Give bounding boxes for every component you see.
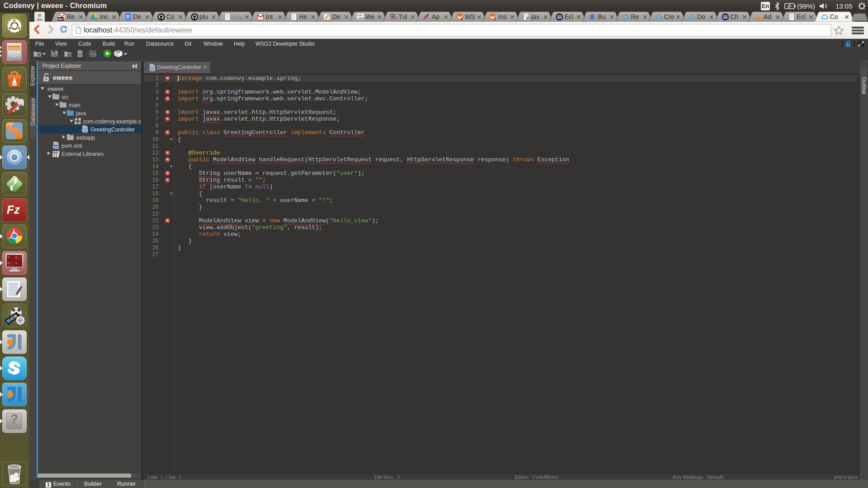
svg-text:He: He (299, 13, 307, 20)
svg-text:pom: pom (53, 145, 58, 148)
svg-text:De: De (332, 13, 340, 20)
svg-text:Co: Co (830, 13, 838, 20)
svg-text:Ad: Ad (764, 13, 771, 20)
svg-text:Int: Int (266, 13, 273, 20)
svg-text:>_: >_ (8, 256, 11, 259)
svg-text:De: De (133, 13, 141, 20)
svg-text:Inc: Inc (100, 13, 108, 20)
svg-text:Fz: Fz (7, 203, 20, 216)
svg-text:jav: jav (531, 13, 539, 20)
svg-text:We: We (365, 13, 375, 20)
svg-text:2: 2 (461, 18, 462, 21)
svg-text:Ecl: Ecl (565, 13, 573, 20)
svg-text:10: 10 (89, 56, 93, 58)
svg-text:Re: Re (631, 13, 639, 20)
svg-text:>_: >_ (8, 262, 11, 265)
svg-text:JAVA: JAVA (82, 129, 88, 131)
svg-text:WS: WS (465, 13, 475, 20)
svg-text:Tul: Tul (399, 13, 407, 20)
svg-text:Re: Re (67, 13, 75, 20)
svg-text:>_: >_ (15, 256, 19, 259)
svg-text:Co: Co (166, 13, 175, 20)
svg-text:Do: Do (697, 13, 705, 20)
svg-text:plu: plu (199, 13, 208, 20)
svg-text:2: 2 (494, 18, 496, 21)
svg-text:Cre: Cre (664, 13, 675, 20)
svg-text:Ecl: Ecl (797, 13, 805, 20)
svg-text:Ins: Ins (498, 13, 507, 20)
svg-text:JAVA: JAVA (357, 17, 364, 20)
svg-text:Ap: Ap (432, 13, 439, 20)
svg-text:Ch: Ch (731, 13, 739, 20)
svg-text:JAVA: JAVA (149, 67, 156, 70)
svg-text:Bu: Bu (598, 13, 605, 20)
svg-text:org: org (233, 13, 242, 20)
svg-text:>_: >_ (15, 262, 19, 265)
svg-text:90+: 90+ (58, 17, 64, 21)
